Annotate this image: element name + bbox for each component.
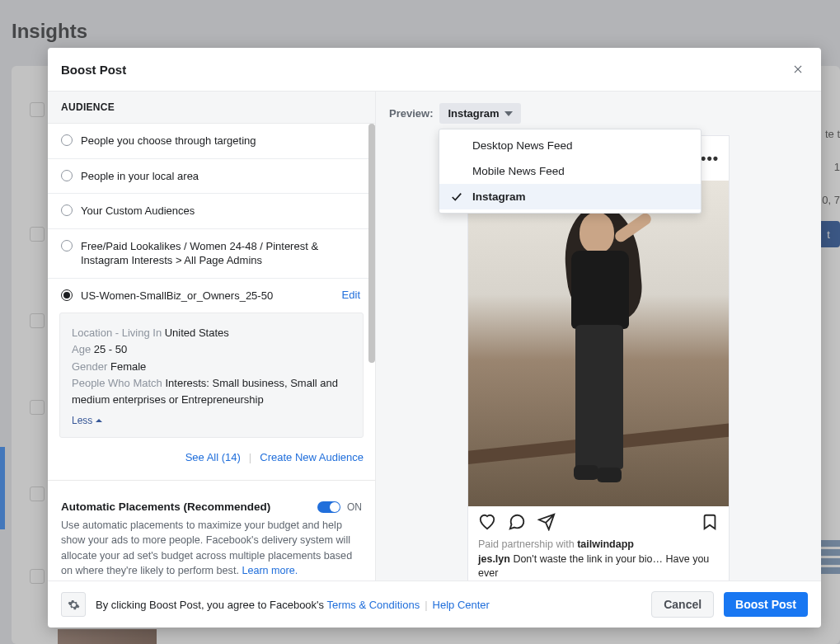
audience-option-local[interactable]: People in your local area	[48, 159, 375, 195]
boost-post-button[interactable]: Boost Post	[724, 592, 808, 617]
placements-title: Automatic Placements (Recommended)	[61, 501, 270, 513]
audience-header: AUDIENCE	[48, 92, 375, 124]
summary-gender-label: Gender	[72, 360, 110, 373]
preview-selected: Instagram	[448, 107, 499, 120]
modal-footer: By clicking Boost Post, you agree to Fac…	[48, 581, 821, 628]
caption-text: Don't waste the link in your bio… Have y…	[478, 553, 709, 580]
boost-post-modal: Boost Post AUDIENCE People you choose th…	[48, 48, 821, 628]
audience-links: See All (14) | Create New Audience	[48, 446, 375, 480]
modal-header: Boost Post	[48, 48, 821, 92]
audience-label: Free/Paid Lookalikes / Women 24-48 / Pin…	[81, 239, 360, 268]
radio-unchecked[interactable]	[61, 170, 73, 181]
cancel-button[interactable]: Cancel	[651, 591, 714, 618]
footer-agreement: By clicking Boost Post, you agree to Fac…	[96, 599, 641, 611]
radio-unchecked[interactable]	[61, 134, 73, 146]
preview-selector[interactable]: Instagram	[439, 103, 520, 124]
dropdown-option-instagram[interactable]: Instagram	[439, 184, 701, 209]
edit-audience-link[interactable]: Edit	[342, 289, 360, 301]
placements-toggle[interactable]	[317, 501, 340, 513]
help-center-link[interactable]: Help Center	[433, 599, 490, 611]
right-column: Preview: Instagram Desktop News Feed Mob…	[376, 92, 821, 581]
bookmark-icon[interactable]	[701, 513, 719, 531]
radio-unchecked[interactable]	[61, 204, 73, 216]
summary-location-value: United States	[165, 327, 229, 339]
audience-option-targeting[interactable]: People you choose through targeting	[48, 124, 375, 159]
post-actions	[468, 506, 729, 536]
paid-partner: tailwindapp	[577, 538, 634, 550]
share-icon[interactable]	[537, 513, 556, 531]
left-column: AUDIENCE People you choose through targe…	[48, 92, 376, 581]
check-icon	[451, 191, 462, 203]
left-scroll-area[interactable]: People you choose through targeting Peop…	[48, 124, 375, 581]
audience-label: Your Custom Audiences	[81, 204, 360, 219]
summary-age-value: 25 - 50	[94, 343, 127, 355]
less-toggle[interactable]: Less	[72, 413, 102, 429]
modal-title: Boost Post	[61, 63, 126, 77]
summary-age-label: Age	[72, 343, 94, 355]
audience-option-selected[interactable]: US-Women-SmallBiz_or_Owners_25-50 Edit	[48, 279, 375, 313]
audience-option-lookalikes[interactable]: Free/Paid Lookalikes / Women 24-48 / Pin…	[48, 229, 375, 279]
audience-option-custom[interactable]: Your Custom Audiences	[48, 194, 375, 229]
placements-toggle-label: ON	[347, 501, 362, 513]
create-new-audience-link[interactable]: Create New Audience	[260, 451, 364, 463]
summary-match-label: People Who Match	[72, 377, 165, 389]
summary-gender-value: Female	[110, 360, 146, 373]
audience-label: US-Women-SmallBiz_or_Owners_25-50	[81, 289, 334, 303]
radio-unchecked[interactable]	[61, 240, 73, 251]
placements-section: Automatic Placements (Recommended) ON Us…	[48, 492, 375, 581]
radio-checked[interactable]	[61, 289, 73, 301]
audience-label: People in your local area	[81, 169, 360, 184]
terms-link[interactable]: Terms & Conditions	[326, 599, 420, 611]
scrollbar[interactable]	[368, 124, 375, 363]
placements-description: Use automatic placements to maximize you…	[61, 518, 362, 578]
section-divider	[48, 480, 375, 481]
summary-location-label: Location - Living In	[72, 327, 165, 339]
learn-more-link[interactable]: Learn more.	[242, 565, 298, 576]
chevron-down-icon	[504, 111, 513, 116]
modal-body: AUDIENCE People you choose through targe…	[48, 92, 821, 581]
preview-dropdown: Desktop News Feed Mobile News Feed Insta…	[439, 129, 702, 214]
divider: |	[249, 451, 251, 463]
audience-summary: Location - Living In United States Age 2…	[59, 313, 364, 438]
placements-toggle-wrap: ON	[317, 501, 362, 513]
less-label: Less	[72, 413, 92, 429]
dropdown-option-desktop[interactable]: Desktop News Feed	[439, 133, 701, 158]
dropdown-option-mobile[interactable]: Mobile News Feed	[439, 158, 701, 184]
see-all-link[interactable]: See All (14)	[185, 451, 241, 463]
post-more-button[interactable]: •••	[701, 150, 719, 167]
close-button[interactable]	[788, 59, 808, 79]
post-image	[468, 181, 729, 506]
caption-username: jes.lyn	[478, 553, 510, 565]
gear-icon	[68, 599, 80, 611]
like-icon[interactable]	[478, 513, 496, 531]
post-caption: Paid partnership with tailwindapp jes.ly…	[468, 536, 729, 581]
audience-label: People you choose through targeting	[81, 134, 360, 148]
settings-button[interactable]	[61, 592, 86, 617]
comment-icon[interactable]	[508, 513, 526, 531]
chevron-up-icon	[96, 418, 102, 423]
preview-label: Preview:	[389, 107, 433, 120]
